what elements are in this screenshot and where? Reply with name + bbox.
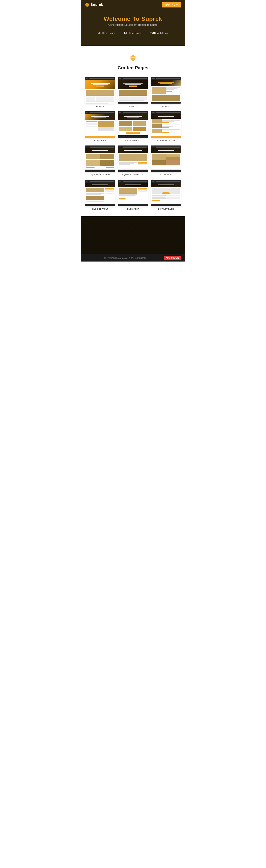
logo-text: Suprek	[90, 3, 103, 7]
page-preview-contact[interactable]	[151, 180, 181, 207]
page-preview-blog-post[interactable]	[118, 180, 148, 207]
mini-header	[151, 111, 181, 114]
page-preview-blog-default[interactable]	[85, 180, 115, 207]
page-preview-categories2[interactable]	[118, 111, 148, 138]
page-preview-categories1[interactable]	[85, 111, 115, 138]
page-card-categories2: CATEGORIES 2	[118, 111, 148, 142]
page-card-blog-post: BLOG POST	[118, 180, 148, 210]
page-card-blog-default: BLOG DEFAULT	[85, 180, 115, 210]
page-preview-blog-grid[interactable]	[151, 145, 181, 172]
page-preview-equipments-detail[interactable]	[118, 145, 148, 172]
stat-home-pages: 2+ Home Pages	[98, 31, 115, 34]
logo-icon	[85, 2, 89, 7]
page-label-categories2: CATEGORIES 2	[126, 140, 140, 142]
hero-title: Welcome To Suprek	[104, 16, 162, 22]
crafted-pages-title: Crafted Pages	[85, 65, 181, 70]
mini-header	[118, 180, 148, 183]
page-card-categories1: CATEGORIES 1	[85, 111, 115, 142]
mini-header	[151, 77, 181, 80]
mini-header	[85, 111, 115, 114]
stat-web-icons-number: 400	[150, 31, 155, 34]
page-card-home1: HOME 1	[85, 77, 115, 107]
stat-web-icons: 400+ Web Icons	[150, 31, 167, 34]
mini-header	[85, 180, 115, 183]
page-preview-home1[interactable]	[85, 77, 115, 104]
bottom-dark-section	[81, 216, 185, 254]
page-card-home2: HOME 2	[118, 77, 148, 107]
page-card-about: ABOUT	[151, 77, 181, 107]
page-label-equipments-detail: EQUIPMENTS DETAIL	[123, 174, 143, 176]
mini-header	[151, 180, 181, 183]
page-label-blog-grid: BLOG GRID	[160, 174, 172, 176]
page-label-contact: CONTACT PAGE	[158, 208, 174, 210]
page-card-equipments-detail: EQUIPMENTS DETAIL	[118, 145, 148, 176]
bottom-bar-text: 访问更多资源 bbs.xenlao.com 免费下载请收藏网站	[104, 257, 146, 259]
stat-inner-pages-number: 12	[124, 31, 127, 34]
hero-subtitle: Construction Equipment Rental Template	[104, 24, 162, 26]
mini-header	[85, 146, 115, 148]
stat-home-pages-number: 2	[98, 31, 100, 34]
page-label-equipments-list: EQUIPMENTS LIST	[157, 140, 175, 142]
page-label-equipments-grid: EQUIPMENTS GRID	[90, 174, 110, 176]
mini-header	[85, 77, 115, 80]
hero-nav: Suprek BUY NOW	[81, 0, 185, 9]
mini-header	[118, 111, 148, 114]
mini-header	[151, 146, 181, 148]
logo-area: Suprek	[85, 2, 103, 7]
page-card-equipments-grid: EQUIPMENTS GRID	[85, 145, 115, 176]
crafted-pages-section: Crafted Pages	[81, 46, 185, 216]
mini-header	[118, 146, 148, 148]
buy-now-button[interactable]: BUY NOW	[162, 2, 181, 7]
hero-stats: 2+ Home Pages 12+ Inner Pages 400+ Web I…	[98, 31, 167, 34]
page-label-blog-default: BLOG DEFAULT	[92, 208, 108, 210]
page-preview-equipments-grid[interactable]	[85, 145, 115, 172]
page-card-blog-grid: BLOG GRID	[151, 145, 181, 176]
bottom-bar: 领任下载奖励 访问更多资源 bbs.xenlao.com 免费下载请收藏网站	[81, 254, 185, 261]
page-label-categories1: CATEGORIES 1	[93, 140, 108, 142]
download-link[interactable]: 领任下载奖励	[164, 256, 181, 260]
hero-content: Welcome To Suprek Construction Equipment…	[104, 16, 162, 26]
page-preview-home2[interactable]	[118, 77, 148, 104]
page-label-home2: HOME 2	[129, 105, 137, 107]
pages-grid: HOME 1	[85, 77, 181, 210]
page-preview-equipments-list[interactable]	[151, 111, 181, 138]
page-label-blog-post: BLOG POST	[127, 208, 139, 210]
crafted-icon	[129, 54, 137, 62]
page-preview-about[interactable]	[151, 77, 181, 104]
mini-header	[118, 77, 148, 80]
page-card-contact: CONTACT PAGE	[151, 180, 181, 210]
page-label-home1: HOME 1	[96, 105, 104, 107]
hero-section: Suprek BUY NOW Welcome To Suprek Constru…	[81, 0, 185, 46]
stat-inner-pages: 12+ Inner Pages	[124, 31, 141, 34]
page-card-equipments-list: EQUIPMENTS LIST	[151, 111, 181, 142]
page-label-about: ABOUT	[162, 105, 169, 107]
